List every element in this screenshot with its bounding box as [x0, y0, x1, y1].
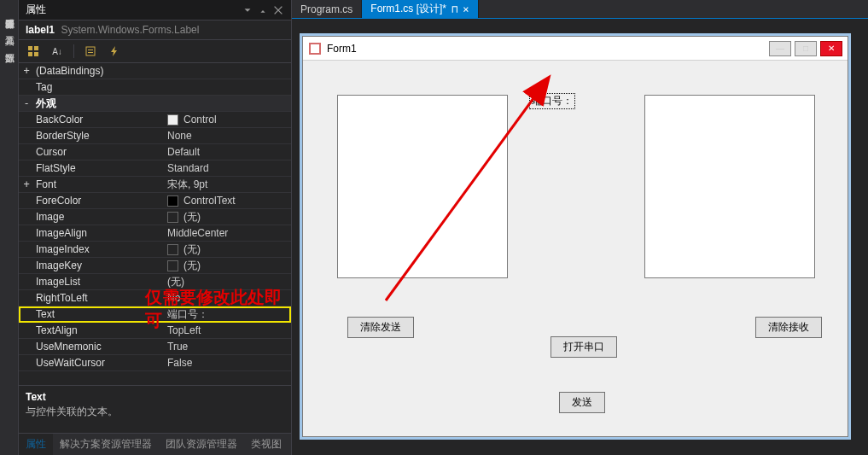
button-open-port[interactable]: 打开串口 — [551, 336, 617, 358]
prop-val[interactable]: (无) — [162, 210, 291, 225]
textbox-send[interactable] — [337, 95, 508, 278]
prop-row-font[interactable]: + Font 宋体, 9pt — [19, 177, 291, 193]
button-clear-recv[interactable]: 清除接收 — [755, 317, 822, 338]
prop-key: ImageAlign — [34, 227, 162, 239]
prop-row-usewaitcursor[interactable]: UseWaitCursor False — [19, 355, 291, 371]
categorized-button[interactable] — [24, 43, 43, 60]
bottom-tab-properties[interactable]: 属性 — [19, 434, 53, 455]
form1-window[interactable]: Form1 — □ ✕ 端口号： 清除发送 打开串口 清除接收 发送 — [302, 36, 848, 437]
prop-val[interactable]: ControlText — [162, 195, 291, 207]
expand-icon[interactable]: + — [19, 65, 34, 77]
bottom-tab-solution-explorer[interactable]: 解决方案资源管理器 — [53, 434, 159, 455]
color-swatch — [167, 114, 178, 125]
close-icon[interactable] — [272, 4, 284, 16]
textbox-recv[interactable] — [644, 95, 815, 278]
prop-val[interactable]: MiddleCenter — [162, 227, 291, 239]
properties-button[interactable] — [81, 43, 100, 60]
prop-row-imagekey[interactable]: ImageKey (无) — [19, 258, 291, 274]
prop-row-databindings[interactable]: + (DataBindings) — [19, 63, 291, 79]
maximize-button[interactable]: □ — [795, 41, 817, 56]
prop-row-tag[interactable]: Tag — [19, 79, 291, 96]
prop-row-forecolor[interactable]: ForeColor ControlText — [19, 193, 291, 209]
bottom-tab-team-explorer[interactable]: 团队资源管理器 — [159, 434, 244, 455]
svg-rect-0 — [28, 46, 32, 50]
expand-icon[interactable]: + — [19, 178, 34, 190]
prop-key: Text — [34, 308, 162, 320]
prop-key: Image — [34, 211, 162, 223]
color-swatch — [167, 195, 178, 207]
svg-rect-1 — [34, 46, 38, 50]
side-tab-toolbox[interactable]: 工具箱 — [0, 26, 18, 32]
prop-key: ImageIndex — [34, 243, 162, 255]
button-send[interactable]: 发送 — [559, 392, 605, 413]
bottom-tab-class-view[interactable]: 类视图 — [244, 434, 288, 455]
prop-val[interactable]: None — [162, 130, 291, 142]
category-name: 外观 — [34, 96, 162, 111]
prop-row-backcolor[interactable]: BackColor Control — [19, 112, 291, 128]
pin-icon[interactable] — [257, 4, 269, 16]
svg-rect-8 — [311, 44, 319, 53]
prop-val[interactable]: 端口号： — [162, 307, 291, 322]
prop-row-flatstyle[interactable]: FlatStyle Standard — [19, 160, 291, 177]
prop-key: ImageList — [34, 276, 162, 288]
prop-val[interactable]: Control — [162, 114, 291, 125]
properties-title: 属性 — [26, 3, 238, 17]
prop-val[interactable]: No — [162, 292, 291, 304]
window-buttons: — □ ✕ — [769, 41, 842, 56]
object-name: label1 — [26, 24, 55, 36]
empty-swatch — [167, 212, 178, 223]
dropdown-icon[interactable] — [242, 4, 253, 16]
prop-row-righttoleft[interactable]: RightToLeft No — [19, 290, 291, 306]
side-tab-datasources[interactable]: 数据源 — [0, 43, 18, 50]
prop-row-imageindex[interactable]: ImageIndex (无) — [19, 242, 291, 258]
prop-row-usemnemonic[interactable]: UseMnemonic True — [19, 339, 291, 355]
pin-icon[interactable]: ⊓ — [451, 3, 457, 15]
label-port[interactable]: 端口号： — [529, 93, 575, 109]
prop-key: Cursor — [34, 146, 162, 158]
prop-key: UseMnemonic — [34, 341, 162, 353]
alphabetical-button[interactable]: A↓ — [48, 43, 67, 60]
form-body[interactable]: 端口号： 清除发送 打开串口 清除接收 发送 — [303, 61, 848, 436]
prop-val[interactable]: (无) — [162, 259, 291, 273]
prop-row-text[interactable]: Text 端口号： — [19, 306, 291, 323]
selected-object-line[interactable]: label1 System.Windows.Forms.Label — [19, 20, 291, 40]
svg-rect-4 — [86, 47, 95, 55]
close-button[interactable]: ✕ — [820, 41, 842, 56]
empty-swatch — [167, 244, 178, 255]
prop-val[interactable]: False — [162, 357, 291, 369]
properties-grid[interactable]: + (DataBindings) Tag - 外观 BackColor Cont… — [19, 63, 291, 385]
prop-row-imagelist[interactable]: ImageList (无) — [19, 274, 291, 290]
prop-val[interactable]: True — [162, 341, 291, 353]
prop-key: TextAlign — [34, 324, 162, 336]
toolbar-divider — [73, 44, 74, 58]
doc-tab-program[interactable]: Program.cs — [292, 0, 362, 18]
prop-val[interactable]: TopLeft — [162, 324, 291, 336]
prop-row-imagealign[interactable]: ImageAlign MiddleCenter — [19, 225, 291, 242]
category-appearance[interactable]: - 外观 — [19, 96, 291, 112]
properties-panel: 属性 label1 System.Windows.Forms.Label A↓ … — [19, 0, 292, 455]
prop-key: ForeColor — [34, 195, 162, 207]
prop-row-cursor[interactable]: Cursor Default — [19, 144, 291, 160]
prop-row-textalign[interactable]: TextAlign TopLeft — [19, 323, 291, 339]
prop-val[interactable]: 宋体, 9pt — [162, 178, 291, 192]
button-clear-send[interactable]: 清除发送 — [347, 317, 414, 338]
prop-key: BackColor — [34, 114, 162, 125]
prop-val[interactable]: (无) — [162, 242, 291, 257]
minimize-button[interactable]: — — [769, 41, 791, 56]
prop-val[interactable]: Standard — [162, 162, 291, 174]
properties-toolbar: A↓ — [19, 40, 291, 63]
side-tab-server-explorer[interactable]: 服务器资源管理器 — [0, 9, 18, 15]
close-icon[interactable]: × — [463, 3, 469, 15]
prop-val[interactable]: (无) — [162, 275, 291, 289]
object-type: System.Windows.Forms.Label — [61, 24, 199, 36]
designer-surface[interactable]: Form1 — □ ✕ 端口号： 清除发送 打开串口 清除接收 发送 — [292, 19, 868, 455]
prop-row-borderstyle[interactable]: BorderStyle None — [19, 128, 291, 144]
document-area: Program.cs Form1.cs [设计]* ⊓ × Form1 — □ … — [292, 0, 868, 455]
doc-tab-form-designer[interactable]: Form1.cs [设计]* ⊓ × — [362, 0, 478, 18]
doc-tab-label: Program.cs — [300, 3, 352, 15]
prop-row-image[interactable]: Image (无) — [19, 209, 291, 225]
form-titlebar[interactable]: Form1 — □ ✕ — [303, 37, 848, 61]
events-button[interactable] — [105, 43, 124, 60]
collapse-icon[interactable]: - — [19, 97, 34, 109]
prop-val[interactable]: Default — [162, 146, 291, 158]
